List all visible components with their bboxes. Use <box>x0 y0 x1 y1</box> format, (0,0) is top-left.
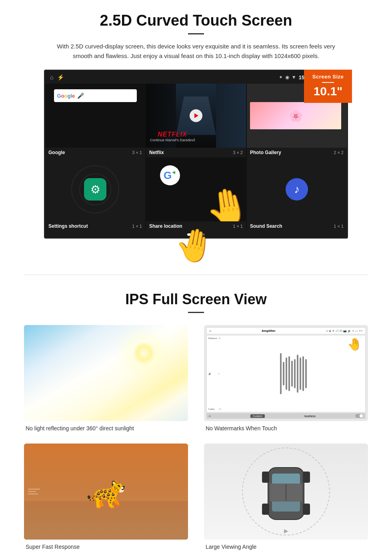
app-cell-sound-search[interactable]: ♪ Sound Search 1 × 1 <box>247 157 347 231</box>
cheetah-caption: Super Fast Response <box>24 544 188 550</box>
section-divider <box>24 275 368 275</box>
feature-amplifier: ⌂ Amplifier ▪▪ ◉ ▼ 17:33 📷 🔊 ✕ ▭ ⟵ Balan… <box>204 325 368 432</box>
feature-car: ▶ <box>204 444 368 550</box>
svg-text:G: G <box>164 169 172 181</box>
amplifier-image: ⌂ Amplifier ▪▪ ◉ ▼ 17:33 📷 🔊 ✕ ▭ ⟵ Balan… <box>204 325 368 421</box>
home-icon: ⌂ <box>50 74 53 80</box>
google-maps-icon: G <box>160 165 180 185</box>
features-grid: No light reflecting under 360° direct su… <box>24 325 368 550</box>
google-cell-inner: Google 🎤 <box>45 84 145 148</box>
amplifier-caption: No Watermarks When Touch <box>204 425 368 432</box>
share-location-size: 1 × 1 <box>233 224 243 229</box>
settings-label: Settings shortcut <box>48 223 88 229</box>
badge-title: Screen Size <box>307 74 349 80</box>
status-bar: ⌂ ⚡ ✦ ◉ ▼ 15:06 📷 🔊 ✕ ▭ <box>45 71 347 84</box>
google-label: Google <box>48 150 65 155</box>
cheetah-image: 🐆 <box>24 444 188 540</box>
netflix-overlay: NETFLIX Continue Marvel's Daredevil <box>150 131 195 142</box>
cheetah-emoji: 🐆 <box>86 473 126 510</box>
google-label-bar: Google 3 × 1 <box>45 148 145 157</box>
mic-icon: 🎤 <box>77 92 84 99</box>
netflix-cell-inner: NETFLIX Continue Marvel's Daredevil <box>146 84 246 148</box>
sound-search-label: Sound Search <box>250 223 282 229</box>
settings-label-bar: Settings shortcut 1 × 1 <box>45 221 145 231</box>
feature-cheetah: 🐆 Super Fast Response <box>24 444 188 550</box>
section2-title: IPS Full Screen View <box>24 291 368 308</box>
feature-sunlight: No light reflecting under 360° direct su… <box>24 325 188 432</box>
car-image: ▶ <box>204 444 368 540</box>
netflix-play-button[interactable] <box>190 109 202 122</box>
netflix-subtitle: Continue Marvel's Daredevil <box>150 138 195 142</box>
app-cell-settings[interactable]: ⚙ Settings shortcut 1 × 1 <box>45 157 145 231</box>
amp-home-icon: ⌂ <box>209 329 211 333</box>
sunlight-caption: No light reflecting under 360° direct su… <box>24 425 188 432</box>
gallery-label: Photo Gallery <box>250 150 281 155</box>
app-cell-google[interactable]: Google 🎤 Google 3 × 1 <box>45 84 145 157</box>
sound-search-cell-inner: ♪ <box>247 157 347 221</box>
google-logo: Google <box>57 93 75 99</box>
google-size: 3 × 1 <box>132 150 142 155</box>
gallery-size: 2 × 2 <box>334 150 344 155</box>
amp-loudness-label: loudness <box>304 415 316 417</box>
section1-title: 2.5D Curved Touch Screen <box>24 12 368 29</box>
section-curved-screen: 2.5D Curved Touch Screen With 2.5D curve… <box>0 0 392 267</box>
status-left: ⌂ ⚡ <box>50 74 64 80</box>
amp-nav-icon: ‹‹ <box>209 415 211 417</box>
badge-divider <box>322 82 334 83</box>
gallery-flower-thumb: 🌸 <box>250 102 341 129</box>
app-cell-share-location[interactable]: G 🤚 Share location 1 × 1 <box>146 157 246 231</box>
hand-pointing-icon: 🤚 <box>202 186 246 221</box>
app-grid-row1: Google 🎤 Google 3 × 1 <box>45 84 347 157</box>
google-search-bar[interactable]: Google 🎤 <box>54 89 137 102</box>
badge-size: 10.1" <box>307 85 349 97</box>
netflix-label-bar: Netflix 3 × 2 <box>146 148 246 157</box>
section1-divider <box>188 33 204 34</box>
car-caption: Large Viewing Angle <box>204 544 368 550</box>
netflix-label: Netflix <box>149 150 164 155</box>
settings-size: 1 × 1 <box>132 224 142 229</box>
screen-size-badge: Screen Size 10.1" <box>304 70 352 103</box>
location-icon: ◉ <box>285 74 289 80</box>
sound-search-size: 1 × 1 <box>334 224 344 229</box>
section2-divider <box>188 312 204 313</box>
sunlight-image <box>24 325 188 421</box>
app-grid-row2: ⚙ Settings shortcut 1 × 1 <box>45 157 347 231</box>
gallery-label-bar: Photo Gallery 2 × 2 <box>247 148 347 157</box>
signal-icon: ▼ <box>292 74 296 80</box>
screen-mockup: Screen Size 10.1" ⌂ ⚡ ✦ ◉ ▼ 15:06 <box>44 70 348 239</box>
usb-icon: ⚡ <box>57 74 64 80</box>
netflix-logo: NETFLIX <box>150 131 195 138</box>
section1-description: With 2.5D curved-display screen, this de… <box>56 42 336 61</box>
sound-search-icon: ♪ <box>286 178 308 201</box>
sound-search-label-bar: Sound Search 1 × 1 <box>247 221 347 231</box>
settings-cell-inner: ⚙ <box>45 157 145 221</box>
section-ips-screen: IPS Full Screen View No light reflecting… <box>0 283 392 558</box>
app-cell-netflix[interactable]: NETFLIX Continue Marvel's Daredevil Netf… <box>146 84 246 157</box>
share-location-cell-inner: G 🤚 <box>146 157 246 221</box>
netflix-size: 3 × 2 <box>233 150 243 155</box>
bluetooth-icon: ✦ <box>279 74 283 80</box>
device-screen: ⌂ ⚡ ✦ ◉ ▼ 15:06 📷 🔊 ✕ ▭ <box>44 70 348 239</box>
